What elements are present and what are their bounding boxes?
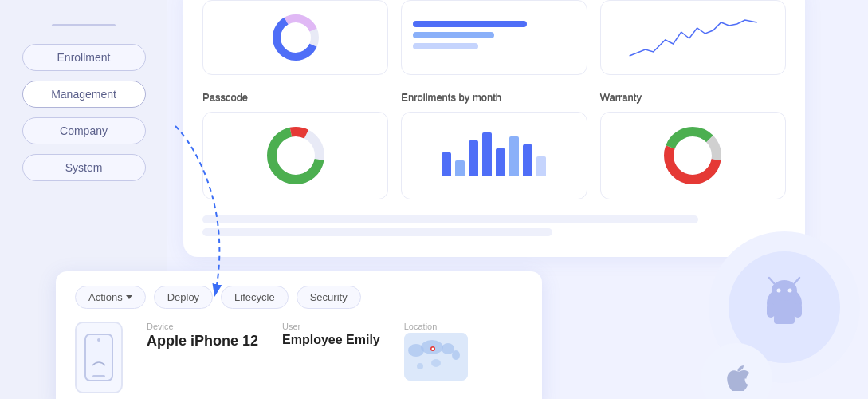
card-enrollments: [401, 112, 587, 200]
line-chart: [612, 16, 774, 60]
bar-1: [442, 152, 451, 176]
tab-security[interactable]: Security: [297, 286, 361, 309]
card-warranty: [600, 112, 786, 200]
user-col: User Employee Emily: [282, 322, 380, 347]
apple-icon: [721, 361, 752, 398]
label-passcode-text: Passcode: [202, 92, 388, 104]
card-top-2: [401, 0, 587, 75]
svg-line-22: [795, 278, 799, 283]
bottom-charts-row: [202, 112, 786, 200]
main-dashboard: Passcode Enrollments by month Warranty P…: [183, 0, 805, 257]
user-sublabel: User: [282, 322, 380, 331]
svg-point-31: [452, 350, 460, 360]
sidebar-item-enrollment[interactable]: Enrollment: [22, 44, 146, 71]
hbar-3: [413, 43, 477, 49]
actions-label: Actions: [88, 291, 123, 303]
bar-6: [509, 136, 519, 176]
svg-line-21: [769, 278, 774, 283]
sidebar-decoration: [52, 24, 116, 26]
bar-chart: [442, 132, 546, 180]
top-charts-row: [202, 0, 786, 75]
svg-point-32: [431, 359, 441, 367]
map-placeholder: [404, 333, 468, 381]
card-top-3: [600, 0, 786, 75]
panel-tabs: Actions Deploy Lifecycle Security: [75, 286, 523, 309]
bar-8: [536, 156, 546, 176]
svg-point-26: [97, 338, 100, 342]
passcode-donut: [264, 124, 328, 188]
hbar-1: [413, 21, 526, 27]
user-value: Employee Emily: [282, 333, 380, 347]
svg-point-30: [442, 343, 454, 354]
bar-5: [496, 148, 505, 176]
svg-point-13: [677, 140, 709, 172]
card-passcode: [202, 112, 388, 200]
label-enrollments-text: Enrollments by month: [401, 92, 587, 104]
donut-chart-1: [270, 12, 321, 63]
device-value: Apple iPhone 12: [147, 333, 258, 350]
svg-point-18: [772, 280, 797, 301]
svg-point-35: [431, 348, 434, 350]
svg-rect-23: [774, 302, 795, 314]
svg-rect-17: [774, 314, 795, 324]
device-info-row: Device Apple iPhone 12 User Employee Emi…: [75, 322, 523, 393]
location-col: Location: [404, 322, 468, 381]
tab-lifecycle[interactable]: Lifecycle: [221, 286, 289, 309]
card-top-1: [202, 0, 388, 75]
section-labels-text: Passcode Enrollments by month Warranty: [202, 92, 786, 104]
skeleton-2: [202, 228, 552, 236]
location-sublabel: Location: [404, 322, 468, 331]
bar-3: [469, 140, 478, 176]
device-sublabel: Device: [147, 322, 258, 331]
tab-deploy[interactable]: Deploy: [154, 286, 213, 309]
device-col: Device Apple iPhone 12: [147, 322, 258, 350]
bar-7: [523, 144, 532, 176]
svg-rect-16: [794, 303, 802, 318]
svg-point-20: [788, 289, 792, 293]
device-panel: Actions Deploy Lifecycle Security Device…: [56, 271, 542, 399]
warranty-donut: [661, 124, 725, 188]
svg-rect-25: [92, 375, 105, 377]
sidebar-item-company[interactable]: Company: [22, 117, 146, 144]
skeleton-1: [202, 215, 698, 223]
sidebar-item-system[interactable]: System: [22, 154, 146, 181]
hbar-chart: [413, 21, 575, 54]
map-svg: [404, 333, 468, 381]
label-warranty-text: Warranty: [600, 92, 786, 104]
svg-point-8: [280, 140, 312, 172]
device-phone-image: [75, 322, 123, 393]
chevron-down-icon: [126, 295, 132, 299]
bar-2: [455, 160, 465, 176]
android-icon: [756, 273, 812, 342]
phone-svg: [84, 334, 113, 381]
svg-rect-15: [767, 303, 775, 318]
svg-point-19: [777, 289, 781, 293]
skeleton-section: [202, 215, 786, 236]
hbar-2: [413, 32, 494, 38]
sidebar-item-management[interactable]: Management: [22, 81, 146, 108]
svg-point-33: [417, 363, 423, 369]
svg-point-4: [285, 26, 307, 49]
bar-4: [482, 132, 492, 176]
tab-actions[interactable]: Actions: [75, 286, 146, 309]
